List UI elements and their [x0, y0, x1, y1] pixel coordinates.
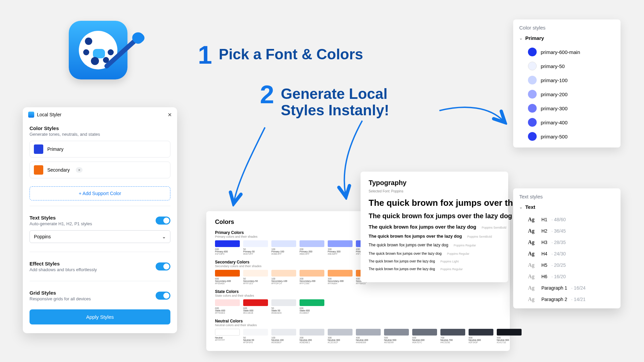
add-support-color-button[interactable]: + Add Support Color — [30, 186, 170, 200]
remove-secondary-chip[interactable]: × — [76, 167, 83, 173]
effect-styles-subtitle: Add shadows and blurs effortlessly — [30, 267, 97, 272]
text-style-row[interactable]: AgH2 · 36/45 — [519, 225, 614, 237]
typography-sample: The quick brown fox jumps over the lazy … — [369, 224, 500, 230]
typography-sample: The quick brown fox jumps over the lazy … — [369, 243, 500, 247]
ag-icon: Ag — [528, 285, 537, 291]
typography-sample: The quick brown fox jumps over the lazy … — [369, 259, 500, 263]
step-2-text: Generate LocalStyles Instanly! — [281, 83, 389, 118]
color-group-heading: Neutral Colors — [215, 319, 501, 323]
apply-styles-button[interactable]: Apply Styles — [30, 309, 170, 324]
color-group-heading: State Colors — [215, 289, 501, 294]
color-styles-panel-title: Color styles — [519, 25, 614, 31]
color-styles-heading: Color Styles — [30, 125, 170, 131]
color-tile[interactable]: 600State-600#11B667 — [300, 299, 324, 314]
color-tile[interactable]: 600Neutral-600#6A707C — [412, 329, 437, 344]
ag-icon: Ag — [528, 251, 537, 257]
color-tile[interactable]: 300Secondary-300#FFA864 — [328, 270, 353, 285]
plugin-header: Local Styler × — [23, 107, 177, 122]
primary-swatch — [34, 144, 43, 154]
grid-styles-heading: Grid Styles — [30, 290, 91, 296]
text-styles-panel: Text styles ⌄ Text AgH1 · 48/60AgH2 · 36… — [513, 188, 621, 308]
color-style-row[interactable]: primary-600-main — [519, 45, 614, 59]
app-icon — [69, 21, 127, 79]
plugin-title: Local Styler — [37, 112, 61, 117]
grid-styles-subtitle: Responsive grids for all devices — [30, 296, 91, 301]
step-1-number: 1 — [198, 44, 212, 66]
ag-icon: Ag — [528, 239, 537, 245]
color-tile[interactable]: 50Primary-50#EEF2FF — [243, 240, 268, 255]
text-style-row[interactable]: AgParagraph 2 · 14/21 — [519, 294, 614, 305]
color-tile[interactable]: 300Primary-300#8EA0FF — [328, 240, 353, 255]
typography-sample: The quick brown fox jumps over the lazy … — [369, 267, 500, 271]
color-tile[interactable]: 200Secondary-200#FFC596 — [300, 270, 324, 285]
typography-panel: Typography Selected Font: Poppins The qu… — [361, 172, 508, 282]
ag-icon: Ag — [528, 296, 537, 302]
typography-sample: The quick brown fox jumps over the lazy … — [369, 234, 500, 239]
close-icon[interactable]: × — [168, 111, 172, 118]
text-styles-toggle[interactable] — [156, 217, 170, 225]
chevron-down-icon: ⌄ — [162, 234, 166, 239]
text-styles-heading: Text Styles — [30, 215, 92, 221]
color-style-row[interactable]: primary-400 — [519, 115, 614, 129]
color-tile[interactable]: 600Secondary-600#F05A00 — [215, 270, 240, 285]
text-style-row[interactable]: AgParagraph 1 · 16/24 — [519, 282, 614, 294]
color-styles-subtitle: Generate tones, neutrals, and states — [30, 132, 170, 137]
steps: 1 Pick a Font & Colors 2 Generate LocalS… — [198, 44, 389, 118]
color-styles-group[interactable]: ⌄ Primary — [519, 35, 614, 41]
font-select-value: Poppins — [34, 234, 51, 239]
color-styles-panel: Color styles ⌄ Primary primary-600-mainp… — [513, 19, 621, 147]
color-tile[interactable]: 200Neutral-200#D8DBE1 — [300, 329, 324, 344]
plugin-icon — [28, 112, 34, 118]
text-style-row[interactable]: AgH6 · 16/20 — [519, 271, 614, 282]
text-styles-subtitle: Auto-generate H1, H2, P1 styles — [30, 221, 92, 226]
color-tile[interactable]: 200Primary-200#B8C6FF — [300, 240, 324, 255]
typography-sample: The quick brown fox jumps over the lazy … — [369, 198, 500, 208]
color-style-row[interactable]: primary-50 — [519, 59, 614, 73]
secondary-color-row[interactable]: Secondary × — [30, 162, 170, 178]
color-style-row[interactable]: primary-100 — [519, 73, 614, 87]
typography-sample: The quick brown fox jumps over the lazy … — [369, 212, 500, 220]
color-tile[interactable]: 500Neutral-500#878D99 — [384, 329, 409, 344]
chevron-down-icon: ⌄ — [519, 36, 523, 41]
color-style-row[interactable]: primary-500 — [519, 129, 614, 143]
color-style-row[interactable]: primary-200 — [519, 87, 614, 101]
typography-subtitle: Selected Font: Poppins — [369, 189, 500, 193]
color-tile[interactable]: 100Secondary-100#FFDFC4 — [271, 270, 296, 285]
ag-icon: Ag — [528, 217, 537, 223]
ag-icon: Ag — [528, 262, 537, 268]
color-tile[interactable]: 50Secondary-50#FFF1E5 — [243, 270, 268, 285]
color-tile[interactable]: 600State-600#E11B1B — [243, 299, 268, 314]
palette-icon — [79, 31, 117, 69]
text-style-row[interactable]: AgH3 · 28/35 — [519, 237, 614, 248]
step-2-number: 2 — [260, 83, 274, 106]
color-tile[interactable]: 400Neutral-400#A9AEB9 — [356, 329, 381, 344]
color-tile[interactable]: 900Neutral-900#14171E — [497, 329, 522, 344]
color-tile[interactable]: 100Neutral-100#E9EBEF — [271, 329, 296, 344]
text-style-row[interactable]: AgH4 · 24/30 — [519, 248, 614, 259]
color-tile[interactable]: 700Neutral-700#4C525E — [440, 329, 465, 344]
color-tile[interactable]: Neutral#FFFFFF — [215, 329, 240, 344]
step-1-text: Pick a Font & Colors — [219, 44, 363, 62]
secondary-swatch — [34, 165, 43, 175]
color-tile[interactable]: 100Primary-100#DBE4FF — [271, 240, 296, 255]
grid-styles-toggle[interactable] — [156, 292, 170, 300]
font-select[interactable]: Poppins ⌄ — [30, 230, 170, 243]
primary-color-row[interactable]: Primary — [30, 141, 170, 158]
text-style-row[interactable]: AgH5 · 20/25 — [519, 259, 614, 271]
color-tile[interactable]: 50Neutral-50#F5F6F8 — [243, 329, 268, 344]
text-style-row[interactable]: AgH1 · 48/60 — [519, 214, 614, 225]
effect-styles-heading: Effect Styles — [30, 261, 97, 266]
color-tile[interactable]: 300Neutral-300#C2C6CF — [328, 329, 353, 344]
color-tile[interactable]: 800Neutral-800#2F343F — [469, 329, 493, 344]
typography-title: Typography — [369, 179, 500, 187]
typography-sample: The quick brown fox jumps over the lazy … — [369, 251, 500, 255]
primary-label: Primary — [47, 146, 63, 152]
color-tile[interactable]: 600Primary-600#1F33F0 — [215, 240, 240, 255]
effect-styles-toggle[interactable] — [156, 262, 170, 270]
color-tile[interactable]: 50State-50#E8EAEE — [271, 299, 296, 314]
ag-icon: Ag — [528, 228, 537, 234]
color-tile[interactable]: 600State-600#FFE0E0 — [215, 299, 240, 314]
text-styles-group[interactable]: ⌄ Text — [519, 204, 614, 210]
color-style-row[interactable]: primary-300 — [519, 101, 614, 115]
text-styles-panel-title: Text styles — [519, 194, 614, 199]
